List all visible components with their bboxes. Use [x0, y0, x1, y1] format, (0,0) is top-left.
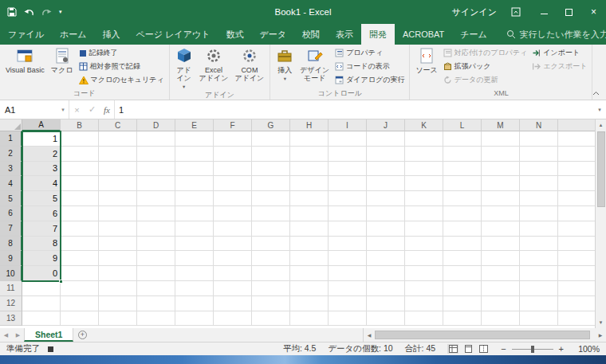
cell-G9[interactable]	[252, 251, 290, 266]
cell-G3[interactable]	[252, 162, 290, 177]
cell-I10[interactable]	[329, 266, 367, 281]
row-header-3[interactable]: 3	[0, 162, 22, 177]
cell-D6[interactable]	[137, 206, 175, 221]
cell-H2[interactable]	[290, 147, 329, 162]
cell-B1[interactable]	[61, 131, 99, 147]
cell-I8[interactable]	[329, 237, 367, 252]
cell-M2[interactable]	[482, 147, 520, 162]
tab-page-layout[interactable]: ページ レイアウト	[128, 24, 218, 45]
cell-E10[interactable]	[175, 266, 214, 281]
cell-F9[interactable]	[214, 251, 252, 266]
cell-E4[interactable]	[175, 176, 214, 191]
cell-F5[interactable]	[214, 191, 252, 206]
cell-C12[interactable]	[99, 296, 137, 311]
cell-I2[interactable]	[329, 147, 367, 162]
column-header-I[interactable]: I	[329, 119, 367, 131]
tell-me-search[interactable]: 実行したい作業を入力してください	[506, 24, 606, 45]
cell-B13[interactable]	[61, 311, 99, 327]
cell-G11[interactable]	[252, 281, 290, 296]
cell-D9[interactable]	[137, 251, 175, 266]
cell-F6[interactable]	[214, 206, 252, 221]
cell-G7[interactable]	[252, 221, 290, 237]
cell-K3[interactable]	[405, 162, 443, 177]
horizontal-scroll-thumb[interactable]	[375, 331, 590, 339]
cell-J12[interactable]	[367, 296, 405, 311]
cell-G6[interactable]	[252, 206, 290, 221]
cell-A3[interactable]: 3	[22, 162, 61, 177]
cell-J11[interactable]	[367, 281, 405, 296]
cell-D2[interactable]	[137, 147, 175, 162]
cell-B2[interactable]	[61, 147, 99, 162]
name-box[interactable]: A1	[0, 100, 57, 119]
cell-J10[interactable]	[367, 266, 405, 281]
cell-N11[interactable]	[520, 281, 558, 296]
cell-I3[interactable]	[329, 162, 367, 177]
cell-I13[interactable]	[329, 311, 367, 327]
scroll-down-icon[interactable]: ▼	[599, 317, 604, 328]
cell-B4[interactable]	[61, 176, 99, 191]
cell-A13[interactable]	[22, 311, 61, 327]
ribbon-display-options-icon[interactable]	[511, 7, 521, 17]
cell-M7[interactable]	[482, 221, 520, 237]
cell-L10[interactable]	[443, 266, 482, 281]
fill-handle[interactable]	[59, 280, 63, 284]
cell-I9[interactable]	[329, 251, 367, 266]
cell-J9[interactable]	[367, 251, 405, 266]
column-header-G[interactable]: G	[252, 119, 290, 131]
row-header-11[interactable]: 11	[0, 281, 22, 296]
tab-review[interactable]: 校閲	[294, 24, 328, 45]
cell-L11[interactable]	[443, 281, 482, 296]
cell-E13[interactable]	[175, 311, 214, 327]
cell-C11[interactable]	[99, 281, 137, 296]
tab-view[interactable]: 表示	[328, 24, 361, 45]
com-addins-button[interactable]: COM アドイン	[231, 45, 267, 82]
cell-D10[interactable]	[137, 266, 175, 281]
relative-references-button[interactable]: 相対参照で記録	[77, 60, 167, 73]
row-header-8[interactable]: 8	[0, 237, 22, 252]
cell-F2[interactable]	[214, 147, 252, 162]
cell-E5[interactable]	[175, 191, 214, 206]
row-header-2[interactable]: 2	[0, 147, 22, 162]
cell-C6[interactable]	[99, 206, 137, 221]
cell-A4[interactable]: 4	[22, 176, 61, 191]
cell-J3[interactable]	[367, 162, 405, 177]
cell-N6[interactable]	[520, 206, 558, 221]
cancel-entry-icon[interactable]: ×	[69, 100, 85, 119]
cell-N12[interactable]	[520, 296, 558, 311]
zoom-slider[interactable]	[512, 349, 553, 350]
properties-button[interactable]: プロパティ	[333, 46, 407, 60]
tab-developer[interactable]: 開発	[361, 24, 395, 45]
cell-J2[interactable]	[367, 147, 405, 162]
cell-N4[interactable]	[520, 176, 558, 191]
column-header-B[interactable]: B	[61, 119, 99, 131]
sign-in-link[interactable]: サインイン	[452, 6, 497, 18]
expand-formula-bar-icon[interactable]: ▾	[593, 100, 606, 119]
cell-J4[interactable]	[367, 176, 405, 191]
cell-H11[interactable]	[290, 281, 329, 296]
cell-A9[interactable]: 9	[22, 251, 61, 266]
cell-F10[interactable]	[214, 266, 252, 281]
cell-N8[interactable]	[520, 237, 558, 252]
cell-E1[interactable]	[175, 131, 214, 147]
cell-M3[interactable]	[482, 162, 520, 177]
cell-C4[interactable]	[99, 176, 137, 191]
column-header-N[interactable]: N	[520, 119, 558, 131]
cell-E2[interactable]	[175, 147, 214, 162]
cell-D4[interactable]	[137, 176, 175, 191]
zoom-slider-thumb[interactable]	[531, 346, 534, 353]
stop-macro-recording-icon[interactable]	[48, 346, 53, 352]
cell-M9[interactable]	[482, 251, 520, 266]
zoom-out-icon[interactable]: −	[501, 345, 506, 354]
tab-data[interactable]: データ	[251, 24, 294, 45]
cell-M10[interactable]	[482, 266, 520, 281]
formula-input[interactable]: 1	[115, 100, 593, 119]
cell-K6[interactable]	[405, 206, 443, 221]
cell-I7[interactable]	[329, 221, 367, 237]
cell-I5[interactable]	[329, 191, 367, 206]
cell-D11[interactable]	[137, 281, 175, 296]
sheet-nav-left-icon[interactable]: ◀	[0, 328, 12, 342]
cell-A5[interactable]: 5	[22, 191, 61, 206]
cell-D1[interactable]	[137, 131, 175, 147]
cell-L1[interactable]	[443, 131, 482, 147]
column-header-M[interactable]: M	[482, 119, 520, 131]
